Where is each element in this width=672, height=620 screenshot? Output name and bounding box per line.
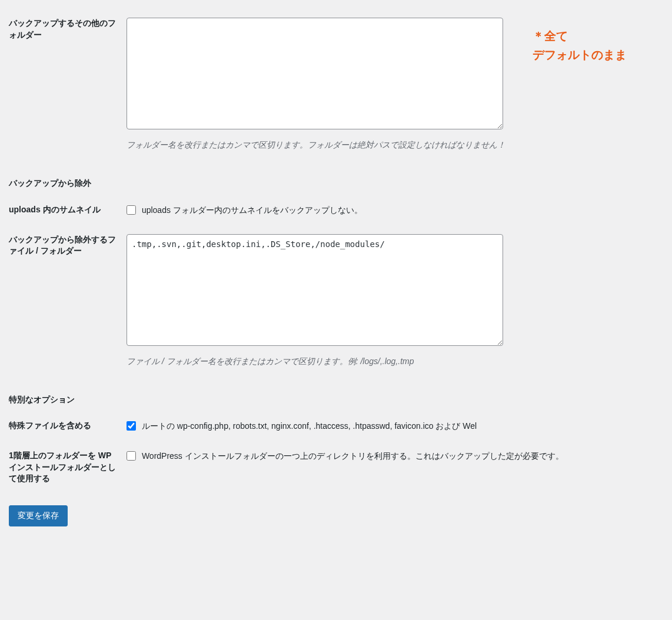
special-files-checkbox-wrap[interactable]: ルートの wp-config.php, robots.txt, nginx.co… (127, 421, 477, 431)
extra-folders-label: バックアップするその他のフォルダー (9, 9, 127, 160)
exclude-files-label: バックアップから除外するファイル / フォルダー (9, 225, 127, 376)
special-files-label: 特殊ファイルを含める (9, 411, 127, 441)
thumbnails-checkbox[interactable] (127, 205, 136, 215)
special-section-label: 特別なオプション (9, 376, 127, 412)
thumbnails-checkbox-wrap[interactable]: uploads フォルダー内のサムネイルをバックアップしない。 (127, 205, 362, 215)
exclude-section-label: バックアップから除外 (9, 160, 127, 195)
exclude-files-textarea[interactable] (127, 234, 503, 346)
annotation-note: ＊全て デフォルトのまま (533, 26, 627, 64)
extra-folders-description: フォルダー名を改行またはカンマで区切ります。フォルダーは絶対パスで設定しなければ… (127, 139, 657, 151)
one-level-up-checkbox[interactable] (127, 451, 136, 461)
annotation-line2: デフォルトのまま (533, 48, 627, 61)
thumbnails-checkbox-label: uploads フォルダー内のサムネイルをバックアップしない。 (142, 205, 362, 215)
save-button[interactable]: 変更を保存 (9, 505, 68, 526)
one-level-up-checkbox-wrap[interactable]: WordPress インストールフォルダーの一つ上のディレクトリを利用する。これ… (127, 451, 564, 461)
one-level-up-label: 1階層上のフォルダーを WP インストールフォルダーとして使用する (9, 441, 127, 494)
special-files-checkbox-label: ルートの wp-config.php, robots.txt, nginx.co… (142, 421, 477, 431)
settings-table: バックアップするその他のフォルダー フォルダー名を改行またはカンマで区切ります。… (9, 9, 663, 494)
annotation-line1: ＊全て (533, 29, 568, 42)
extra-folders-textarea[interactable] (127, 18, 503, 129)
thumbnails-label: uploads 内のサムネイル (9, 195, 127, 225)
exclude-files-description: ファイル / フォルダー名を改行またはカンマで区切ります。例: /logs/,.… (127, 355, 657, 368)
special-files-checkbox[interactable] (127, 421, 136, 431)
one-level-up-checkbox-label: WordPress インストールフォルダーの一つ上のディレクトリを利用する。これ… (142, 451, 564, 461)
